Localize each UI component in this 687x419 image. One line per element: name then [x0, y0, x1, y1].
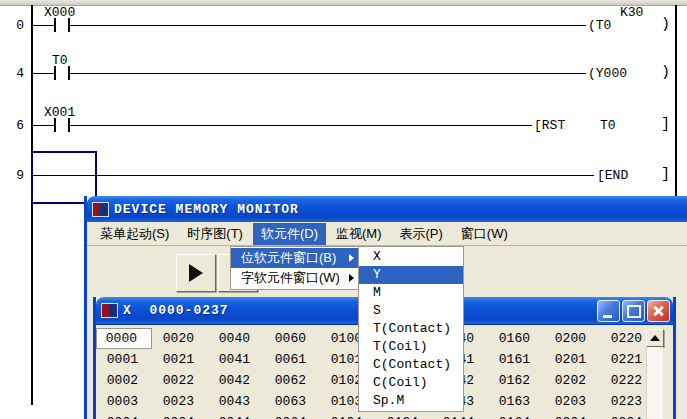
grid-cell[interactable]: 0063 — [264, 391, 320, 412]
grid-cell[interactable]: 0004 — [96, 412, 152, 419]
top-edge — [0, 0, 687, 6]
instruction-text[interactable]: [RST — [534, 118, 565, 133]
grid-cell[interactable]: 0000 — [96, 328, 152, 349]
grid-cell[interactable]: 0002 — [96, 370, 152, 391]
window-controls — [597, 300, 673, 322]
ladder-left-rail — [31, 5, 33, 405]
coil-close: ) — [661, 64, 670, 81]
rung-line — [68, 73, 586, 74]
menu-item-label: 字软元件窗口(W) — [241, 269, 349, 287]
grid-cell[interactable]: 0201 — [544, 349, 600, 370]
grid-cell[interactable]: 0021 — [152, 349, 208, 370]
monitor-window-title: DEVICE MEMORY MONITOR — [114, 202, 299, 217]
rung-line — [33, 25, 54, 26]
menubar-item-2[interactable]: 软元件(D) — [253, 223, 326, 245]
grid-cell[interactable]: 0160 — [488, 328, 544, 349]
ladder-right-rail — [675, 5, 677, 196]
grid-cell[interactable]: 0163 — [488, 391, 544, 412]
submenu-item-y[interactable]: Y — [359, 266, 463, 284]
arrow-up-icon — [650, 335, 660, 341]
minimize-icon — [603, 315, 612, 318]
contact-label: T0 — [52, 53, 68, 68]
device-x-app-icon — [101, 303, 118, 318]
grid-cell[interactable]: 0204 — [544, 412, 600, 419]
menubar-item-4[interactable]: 表示(P) — [392, 223, 451, 245]
grid-cell[interactable]: 0202 — [544, 370, 600, 391]
contact-label: X001 — [44, 105, 75, 120]
end-instruction[interactable]: [END — [597, 168, 628, 183]
scrollbar-track[interactable] — [646, 347, 663, 419]
grid-cell[interactable]: 0042 — [208, 370, 264, 391]
instruction-close: ] — [661, 116, 670, 133]
contact-label: X000 — [44, 5, 75, 20]
menubar-item-3[interactable]: 监视(M) — [328, 223, 390, 245]
close-button[interactable] — [647, 300, 670, 322]
close-icon — [648, 301, 669, 321]
rung-line — [33, 125, 54, 126]
monitor-title-bar[interactable]: DEVICE MEMORY MONITOR — [87, 196, 687, 222]
menubar-item-1[interactable]: 时序图(T) — [179, 223, 251, 245]
scroll-up-button[interactable] — [646, 329, 664, 347]
device-x-window-title: X 0000-0237 — [123, 303, 229, 318]
grid-cell[interactable]: 0024 — [152, 412, 208, 419]
maximize-icon — [627, 305, 641, 318]
vertical-scrollbar[interactable] — [646, 329, 662, 419]
rung-step-number: 4 — [0, 66, 24, 81]
monitor-app-icon — [92, 202, 109, 217]
grid-cell[interactable]: 0043 — [208, 391, 264, 412]
submenu-item-s[interactable]: S — [359, 302, 463, 320]
grid-cell[interactable]: 0161 — [488, 349, 544, 370]
grid-cell[interactable]: 0041 — [208, 349, 264, 370]
grid-cell[interactable]: 0200 — [544, 328, 600, 349]
minimize-button[interactable] — [597, 300, 620, 322]
grid-cell[interactable]: 0022 — [152, 370, 208, 391]
grid-cell[interactable]: 0061 — [264, 349, 320, 370]
grid-cell[interactable]: 0020 — [152, 328, 208, 349]
device-menu: 位软元件窗口(B)字软元件窗口(W) — [230, 246, 360, 290]
bit-device-submenu: XYMST(Contact)T(Coil)C(Contact)C(Coil)Sp… — [358, 246, 464, 412]
rung-line — [68, 125, 532, 126]
grid-cell[interactable]: 0044 — [208, 412, 264, 419]
grid-cell[interactable]: 0104 — [320, 412, 376, 419]
submenu-item-sp-m[interactable]: Sp.M — [359, 392, 463, 410]
grid-cell[interactable]: 0003 — [96, 391, 152, 412]
device-menu-item-0[interactable]: 位软元件窗口(B) — [231, 248, 359, 268]
submenu-item-t-coil[interactable]: T(Coil) — [359, 338, 463, 356]
menu-item-label: 位软元件窗口(B) — [241, 249, 349, 267]
grid-cell[interactable]: 0164 — [488, 412, 544, 419]
device-menu-item-1[interactable]: 字软元件窗口(W) — [231, 268, 359, 288]
grid-cell[interactable]: 0040 — [208, 328, 264, 349]
coil-symbol[interactable]: (Y000 — [588, 66, 627, 81]
rung-line — [68, 25, 586, 26]
submenu-arrow-icon — [349, 274, 354, 282]
grid-cell[interactable]: 0001 — [96, 349, 152, 370]
coil-symbol[interactable]: (T0 — [588, 18, 611, 33]
instruction-close: ] — [661, 166, 670, 183]
grid-cell[interactable]: 0064 — [264, 412, 320, 419]
submenu-item-x[interactable]: X — [359, 248, 463, 266]
grid-cell[interactable]: 0060 — [264, 328, 320, 349]
play-icon — [189, 264, 203, 282]
constant-label: K30 — [620, 5, 643, 20]
grid-cell[interactable]: 0062 — [264, 370, 320, 391]
submenu-item-t-contact[interactable]: T(Contact) — [359, 320, 463, 338]
submenu-item-c-coil[interactable]: C(Coil) — [359, 374, 463, 392]
grid-cell[interactable]: 0124 — [376, 412, 432, 419]
instruction-operand: T0 — [600, 118, 616, 133]
grid-cell[interactable]: 0162 — [488, 370, 544, 391]
menu-bar: 菜单起动(S)时序图(T)软元件(D)监视(M)表示(P)窗口(W) — [87, 222, 687, 246]
rung-step-number: 9 — [0, 168, 24, 183]
rung-step-number: 0 — [0, 18, 24, 33]
rung-line — [33, 73, 54, 74]
start-monitor-button[interactable] — [176, 254, 216, 292]
grid-cell[interactable]: 0144 — [432, 412, 488, 419]
maximize-button[interactable] — [622, 300, 645, 322]
submenu-item-m[interactable]: M — [359, 284, 463, 302]
submenu-item-c-contact[interactable]: C(Contact) — [359, 356, 463, 374]
grid-cell[interactable]: 0023 — [152, 391, 208, 412]
coil-close: ) — [661, 16, 670, 33]
submenu-arrow-icon — [349, 254, 354, 262]
menubar-item-5[interactable]: 窗口(W) — [453, 223, 516, 245]
grid-cell[interactable]: 0203 — [544, 391, 600, 412]
menubar-item-0[interactable]: 菜单起动(S) — [92, 223, 177, 245]
